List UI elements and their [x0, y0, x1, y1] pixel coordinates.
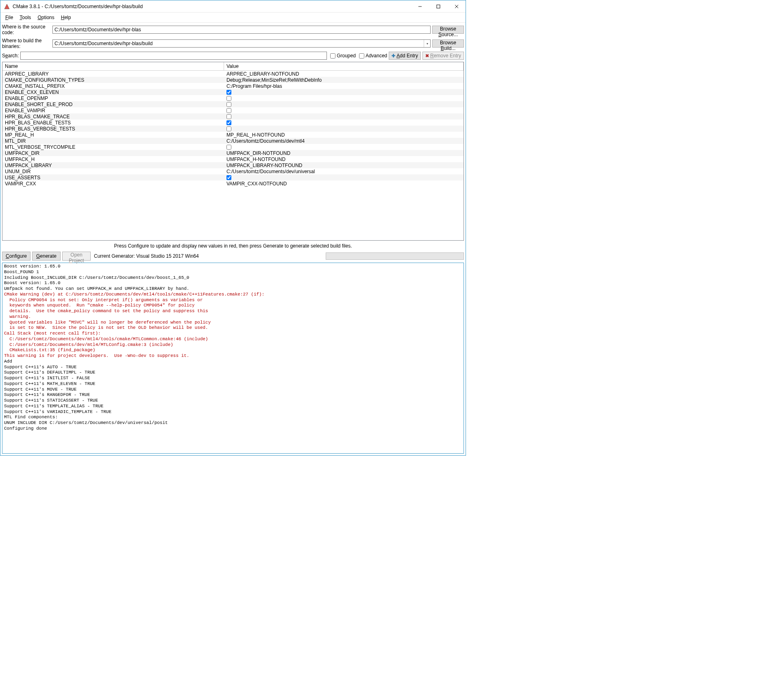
- cache-row[interactable]: UMFPACK_LIBRARYUMFPACK_LIBRARY-NOTFOUND: [2, 162, 464, 168]
- menu-options[interactable]: Options: [34, 13, 57, 22]
- svg-rect-2: [437, 5, 440, 8]
- source-path-row: Where is the source code: Browse Source.…: [0, 23, 466, 37]
- cache-row[interactable]: UNUM_DIRC:/Users/tomtz/Documents/dev/uni…: [2, 168, 464, 174]
- minimize-button[interactable]: [411, 0, 429, 12]
- cache-row[interactable]: ENABLE_CXX_ELEVEN: [2, 89, 464, 95]
- advanced-checkbox[interactable]: [359, 53, 364, 59]
- cache-checkbox[interactable]: [226, 102, 231, 107]
- cache-cell-value[interactable]: [224, 114, 464, 119]
- build-combo[interactable]: ▾: [52, 39, 431, 48]
- log-line: Including Boost_INCLUDE_DIR C:/Users/tom…: [4, 275, 462, 281]
- chevron-down-icon[interactable]: ▾: [424, 40, 430, 47]
- maximize-button[interactable]: [429, 0, 447, 12]
- close-button[interactable]: [447, 0, 466, 12]
- cache-row[interactable]: HPR_BLAS_ENABLE_TESTS: [2, 120, 464, 126]
- source-label: Where is the source code:: [2, 24, 51, 35]
- log-line: UNUM INCLUDE DIR C:/Users/tomtz/Document…: [4, 420, 462, 426]
- cache-row[interactable]: HPR_BLAS_VERBOSE_TESTS: [2, 126, 464, 132]
- cache-checkbox[interactable]: [226, 96, 231, 101]
- cache-cell-name: VAMPIR_CXX: [2, 181, 224, 187]
- cache-cell-value[interactable]: [224, 126, 464, 131]
- cache-row[interactable]: MTL_VERBOSE_TRYCOMPILE: [2, 144, 464, 150]
- build-path-row: Where to build the binaries: ▾ Browse Bu…: [0, 37, 466, 50]
- action-row: Configure Generate Open Project Current …: [0, 250, 466, 262]
- header-name[interactable]: Name: [2, 62, 224, 70]
- remove-entry-button[interactable]: ✖Remove Entry: [422, 52, 464, 60]
- cache-checkbox[interactable]: [226, 126, 231, 131]
- log-line: This warning is for project developers. …: [4, 353, 462, 359]
- cache-cell-value[interactable]: [224, 108, 464, 113]
- search-label: Search:: [2, 53, 19, 59]
- cache-cell-value[interactable]: UMFPACK_DIR-NOTFOUND: [224, 150, 464, 156]
- cache-checkbox[interactable]: [226, 120, 231, 125]
- log-line: Add: [4, 359, 462, 365]
- cache-cell-value[interactable]: [224, 96, 464, 101]
- cache-cell-value[interactable]: UMFPACK_LIBRARY-NOTFOUND: [224, 163, 464, 168]
- cache-row[interactable]: CMAKE_CONFIGURATION_TYPESDebug;Release;M…: [2, 77, 464, 83]
- source-input[interactable]: [52, 26, 431, 34]
- cache-cell-name: UMFPACK_DIR: [2, 150, 224, 156]
- log-line: CMake Warning (dev) at C:/Users/tomtz/Do…: [4, 292, 462, 298]
- cache-cell-value[interactable]: [224, 145, 464, 150]
- build-input[interactable]: [53, 40, 424, 47]
- cache-cell-value[interactable]: C:/Program Files/hpr-blas: [224, 83, 464, 89]
- log-line: Support C++11's AUTO - TRUE: [4, 365, 462, 370]
- cache-cell-value[interactable]: UMFPACK_H-NOTFOUND: [224, 157, 464, 162]
- cache-row[interactable]: USE_ASSERTS: [2, 174, 464, 180]
- log-line: MTL Find components:: [4, 415, 462, 420]
- cache-checkbox[interactable]: [226, 145, 231, 150]
- cache-row[interactable]: VAMPIR_CXXVAMPIR_CXX-NOTFOUND: [2, 180, 464, 187]
- cache-row[interactable]: ENABLE_VAMPIR: [2, 107, 464, 113]
- cache-row[interactable]: HPR_BLAS_CMAKE_TRACE: [2, 113, 464, 120]
- cache-cell-value[interactable]: [224, 120, 464, 125]
- advanced-checkbox-wrap[interactable]: Advanced: [359, 53, 387, 59]
- open-project-button[interactable]: Open Project: [62, 252, 91, 261]
- cache-checkbox[interactable]: [226, 108, 231, 113]
- search-input[interactable]: [20, 52, 327, 60]
- log-line: CMakeLists.txt:35 (find_package): [4, 348, 462, 353]
- cache-table[interactable]: Name Value ARPREC_LIBRARYARPREC_LIBRARY-…: [2, 62, 464, 241]
- cache-cell-value[interactable]: C:/Users/tomtz/Documents/dev/mtl4: [224, 138, 464, 144]
- cache-checkbox[interactable]: [226, 90, 231, 95]
- grouped-checkbox-wrap[interactable]: Grouped: [330, 53, 356, 59]
- cache-cell-value[interactable]: C:/Users/tomtz/Documents/dev/universal: [224, 169, 464, 174]
- cache-cell-name: UMFPACK_H: [2, 157, 224, 162]
- cache-checkbox[interactable]: [226, 175, 231, 180]
- cache-cell-value[interactable]: [224, 90, 464, 95]
- cache-cell-value[interactable]: Debug;Release;MinSizeRel;RelWithDebInfo: [224, 77, 464, 83]
- menu-help[interactable]: Help: [58, 13, 74, 22]
- window: CMake 3.8.1 - C:/Users/tomtz/Documents/d…: [0, 0, 466, 456]
- browse-build-button[interactable]: Browse Build...: [432, 39, 464, 48]
- cache-row[interactable]: MTL_DIRC:/Users/tomtz/Documents/dev/mtl4: [2, 138, 464, 144]
- browse-source-button[interactable]: Browse Source...: [432, 26, 464, 34]
- cache-row[interactable]: ENABLE_SHORT_ELE_PROD: [2, 101, 464, 107]
- cache-cell-value[interactable]: ARPREC_LIBRARY-NOTFOUND: [224, 71, 464, 77]
- cache-row[interactable]: MP_REAL_HMP_REAL_H-NOTFOUND: [2, 132, 464, 138]
- cache-row[interactable]: UMFPACK_DIRUMFPACK_DIR-NOTFOUND: [2, 150, 464, 156]
- cache-cell-value[interactable]: VAMPIR_CXX-NOTFOUND: [224, 181, 464, 187]
- cache-cell-name: USE_ASSERTS: [2, 175, 224, 180]
- grouped-checkbox[interactable]: [330, 53, 335, 59]
- generate-button[interactable]: Generate: [32, 252, 61, 261]
- cache-row[interactable]: CMAKE_INSTALL_PREFIXC:/Program Files/hpr…: [2, 83, 464, 89]
- cache-cell-value[interactable]: [224, 102, 464, 107]
- cache-cell-value[interactable]: [224, 175, 464, 180]
- log-line: C:/Users/tomtz/Documents/dev/mtl4/tools/…: [4, 337, 462, 342]
- configure-button[interactable]: Configure: [2, 252, 30, 261]
- add-entry-button[interactable]: ✚Add Entry: [389, 52, 421, 60]
- window-controls: [411, 0, 466, 12]
- cache-row[interactable]: UMFPACK_HUMFPACK_H-NOTFOUND: [2, 156, 464, 162]
- cache-cell-name: HPR_BLAS_VERBOSE_TESTS: [2, 126, 224, 132]
- cache-cell-value[interactable]: MP_REAL_H-NOTFOUND: [224, 132, 464, 138]
- menu-tools[interactable]: Tools: [16, 13, 34, 22]
- output-log[interactable]: Boost version: 1.65.0Boost_FOUND 1Includ…: [2, 263, 464, 454]
- menu-file[interactable]: File: [2, 13, 16, 22]
- cache-checkbox[interactable]: [226, 114, 231, 119]
- header-value[interactable]: Value: [224, 62, 464, 70]
- cache-row[interactable]: ENABLE_OPENMP: [2, 95, 464, 101]
- log-line: C:/Users/tomtz/Documents/dev/mtl4/MTLCon…: [4, 342, 462, 348]
- grouped-label: Grouped: [337, 53, 356, 59]
- cache-row[interactable]: ARPREC_LIBRARYARPREC_LIBRARY-NOTFOUND: [2, 71, 464, 77]
- log-line: Policy CMP0054 is not set: Only interpre…: [4, 298, 462, 303]
- log-line: Support C++11's INITLIST - FALSE: [4, 376, 462, 381]
